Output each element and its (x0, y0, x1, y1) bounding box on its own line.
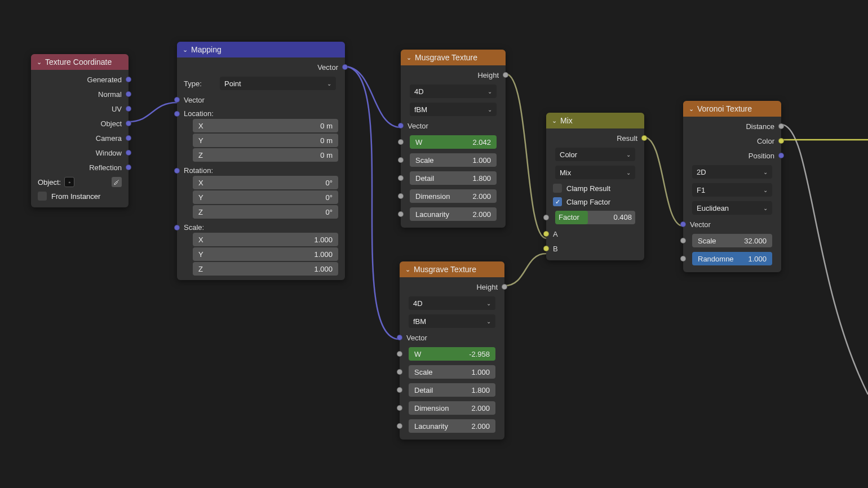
node-header[interactable]: ⌄ Mix (546, 113, 644, 128)
socket-in[interactable] (398, 123, 404, 128)
node-header[interactable]: ⌄ Musgrave Texture (400, 261, 504, 277)
socket-in[interactable] (680, 256, 686, 261)
node-title: Voronoi Texture (697, 104, 752, 113)
rotation-z[interactable]: Z0° (193, 205, 338, 219)
socket-in[interactable] (398, 175, 404, 181)
rotation-x[interactable]: X0° (193, 176, 338, 189)
socket-out[interactable] (126, 150, 131, 156)
node-voronoi[interactable]: ⌄ Voronoi Texture Distance Color Positio… (683, 101, 781, 272)
node-mapping[interactable]: ⌄ Mapping Vector Type: Point⌄ Vector Loc… (177, 42, 345, 280)
detail-field[interactable]: Detail1.800 (409, 383, 495, 397)
socket-in[interactable] (397, 405, 402, 411)
dimension-field[interactable]: Dimension2.000 (409, 401, 495, 415)
chevron-down-icon: ⌄ (488, 88, 492, 95)
node-texture-coordinate[interactable]: ⌄ Texture Coordinate Generated Normal UV… (31, 54, 129, 207)
socket-in[interactable] (543, 215, 549, 220)
node-musgrave-2[interactable]: ⌄ Musgrave Texture Height 4D⌄ fBM⌄ Vecto… (400, 261, 504, 440)
type-dropdown[interactable]: Point⌄ (220, 77, 336, 90)
object-picker[interactable]: ◦ (64, 177, 74, 187)
chevron-down-icon: ⌄ (406, 54, 411, 61)
from-instancer-checkbox[interactable] (38, 192, 47, 201)
lacunarity-field[interactable]: Lacunarity2.000 (409, 419, 495, 433)
chevron-down-icon: ⌄ (626, 170, 631, 176)
blend-dropdown[interactable]: Mix⌄ (555, 166, 635, 179)
node-mix[interactable]: ⌄ Mix Result Color⌄ Mix⌄ Clamp Result ✓C… (546, 113, 644, 260)
lacunarity-field[interactable]: Lacunarity2.000 (410, 207, 497, 221)
location-y[interactable]: Y0 m (193, 134, 338, 147)
location-x[interactable]: X0 m (193, 119, 338, 132)
node-header[interactable]: ⌄ Musgrave Texture (401, 50, 506, 65)
input-a: A (553, 230, 558, 238)
scale-field[interactable]: Scale32.000 (692, 234, 772, 247)
node-musgrave-1[interactable]: ⌄ Musgrave Texture Height 4D⌄ fBM⌄ Vecto… (401, 50, 506, 228)
dim-dropdown[interactable]: 4D⌄ (409, 296, 495, 310)
socket-in[interactable] (398, 139, 404, 145)
chevron-down-icon: ⌄ (486, 300, 491, 307)
eyedropper-icon[interactable] (112, 177, 122, 187)
w-field[interactable]: W2.042 (410, 135, 497, 149)
chevron-down-icon: ⌄ (405, 266, 410, 273)
socket-in[interactable] (174, 111, 180, 117)
scale-y[interactable]: Y1.000 (193, 247, 338, 261)
input-vector: Vector (408, 122, 428, 130)
socket-out[interactable] (778, 138, 784, 144)
socket-out[interactable] (126, 121, 131, 126)
socket-in[interactable] (397, 351, 402, 357)
location-z[interactable]: Z0 m (193, 148, 338, 162)
input-vector: Vector (690, 220, 711, 229)
node-header[interactable]: ⌄ Voronoi Texture (683, 101, 781, 117)
socket-in[interactable] (398, 193, 404, 199)
socket-out[interactable] (342, 64, 348, 70)
type-dropdown[interactable]: fBM⌄ (410, 103, 497, 116)
socket-in[interactable] (397, 423, 402, 429)
dimension-field[interactable]: Dimension2.000 (410, 189, 497, 203)
socket-out[interactable] (126, 106, 131, 112)
socket-in[interactable] (397, 369, 402, 375)
datatype-dropdown[interactable]: Color⌄ (555, 148, 635, 161)
dim-dropdown[interactable]: 4D⌄ (410, 85, 497, 98)
socket-out[interactable] (126, 91, 131, 97)
socket-out[interactable] (503, 72, 508, 78)
feature-dropdown[interactable]: F1⌄ (692, 183, 772, 197)
w-field[interactable]: W-2.958 (409, 347, 495, 361)
socket-out[interactable] (778, 123, 784, 129)
socket-out[interactable] (126, 165, 131, 170)
socket-in-a[interactable] (543, 231, 549, 237)
scale-x[interactable]: X1.000 (193, 233, 338, 246)
socket-in[interactable] (680, 238, 686, 243)
output-normal: Normal (98, 90, 122, 99)
socket-in[interactable] (398, 211, 404, 217)
clamp-factor-label: Clamp Factor (566, 198, 610, 206)
scale-field[interactable]: Scale1.000 (409, 365, 495, 379)
input-b: B (553, 245, 558, 253)
socket-in[interactable] (174, 225, 180, 230)
dim-dropdown[interactable]: 2D⌄ (692, 165, 772, 179)
socket-in[interactable] (398, 157, 404, 163)
type-dropdown[interactable]: fBM⌄ (409, 314, 495, 328)
socket-out[interactable] (502, 284, 507, 290)
factor-slider[interactable]: Factor0.408 (555, 211, 635, 224)
socket-out[interactable] (126, 135, 131, 141)
rotation-y[interactable]: Y0° (193, 190, 338, 204)
metric-dropdown[interactable]: Euclidean⌄ (692, 201, 772, 215)
chevron-down-icon: ⌄ (552, 117, 557, 125)
output-distance: Distance (746, 122, 774, 131)
randomness-field[interactable]: Randomne1.000 (692, 252, 772, 265)
chevron-down-icon: ⌄ (486, 318, 491, 325)
socket-in[interactable] (680, 221, 686, 227)
socket-in[interactable] (397, 335, 402, 340)
socket-in[interactable] (174, 168, 180, 174)
node-header[interactable]: ⌄ Mapping (177, 42, 345, 57)
socket-out[interactable] (778, 153, 784, 158)
scale-field[interactable]: Scale1.000 (410, 153, 497, 167)
socket-in[interactable] (397, 387, 402, 393)
detail-field[interactable]: Detail1.800 (410, 171, 497, 185)
clamp-result-checkbox[interactable] (553, 184, 562, 193)
socket-out[interactable] (641, 135, 647, 141)
socket-in-b[interactable] (543, 246, 549, 251)
scale-z[interactable]: Z1.000 (193, 262, 338, 276)
socket-in[interactable] (174, 97, 180, 103)
node-header[interactable]: ⌄ Texture Coordinate (31, 54, 129, 70)
socket-out[interactable] (126, 77, 131, 82)
clamp-factor-checkbox[interactable]: ✓ (553, 197, 562, 206)
